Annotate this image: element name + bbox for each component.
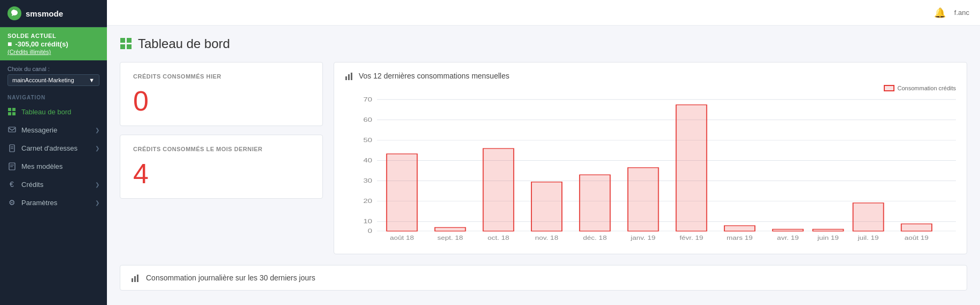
svg-text:févr. 19: févr. 19 [680,235,704,241]
bottom-title: Consommation journalière sur les 30 dern… [146,273,315,282]
svg-rect-47 [134,276,136,282]
svg-text:60: 60 [363,116,372,123]
bar-chart-area: 70 60 50 40 30 20 10 0 [345,93,956,245]
svg-rect-3 [12,112,16,115]
carnet-icon [7,144,16,152]
sidebar-item-carnet-adresses[interactable]: Carnet d'adresses ❯ [0,139,107,157]
svg-text:sept. 18: sept. 18 [437,235,464,241]
svg-text:janv. 19: janv. 19 [630,235,656,241]
svg-text:juin 19: juin 19 [817,235,839,241]
notification-bell-icon[interactable]: 🔔 [934,7,946,19]
solde-box: SOLDE ACTUEL ■ -305,00 crédit(s) (Crédit… [0,27,107,60]
svg-text:20: 20 [363,198,372,205]
svg-text:juil. 19: juil. 19 [857,235,879,241]
legend-color-box [884,85,894,91]
monthly-chart-box: Vos 12 dernières consommations mensuelle… [334,62,967,254]
svg-text:août 19: août 19 [905,235,929,241]
dashboard-icon [120,37,133,50]
bar-sept18 [435,228,465,231]
sidebar-item-label-parametres: Paramètres [21,199,57,207]
logo-icon [7,6,21,20]
sidebar-item-label-carnet: Carnet d'adresses [21,144,78,152]
svg-rect-14 [127,44,132,49]
svg-rect-12 [127,38,132,43]
bar-avr19 [773,229,803,231]
sidebar-item-label-modeles: Mes modèles [21,162,63,170]
svg-rect-2 [8,112,11,115]
chevron-parametres-icon: ❯ [95,200,99,206]
svg-text:50: 50 [363,137,372,144]
main-area: 🔔 f.anc Tableau de bord CRÉDITS CONSOMMÉ… [107,0,980,305]
solde-amount: -305,00 crédit(s) [15,40,68,48]
svg-rect-1 [12,108,16,111]
sidebar-item-credits[interactable]: € Crédits ❯ [0,175,107,193]
svg-rect-4 [9,127,16,132]
nav-menu: Tableau de bord Messagerie ❯ [0,103,107,212]
credits-icon: € [7,180,16,189]
chart-title: Vos 12 dernières consommations mensuelle… [345,71,956,81]
user-name: f.anc [954,9,969,17]
card-hier-value: 0 [133,87,310,115]
canal-section: Choix du canal : mainAccount-Marketing ▼ [0,60,107,89]
bar-nov18 [531,182,562,231]
chevron-down-icon: ▼ [89,77,95,83]
svg-text:déc. 18: déc. 18 [583,235,607,241]
solde-title: SOLDE ACTUEL [7,33,99,39]
svg-rect-0 [8,108,11,111]
svg-text:mars 19: mars 19 [727,235,753,241]
svg-text:30: 30 [363,177,372,184]
sidebar: smsmode SOLDE ACTUEL ■ -305,00 crédit(s)… [0,0,107,305]
grid-icon [7,107,16,116]
svg-text:nov. 18: nov. 18 [535,235,559,241]
dashboard-grid: CRÉDITS CONSOMMÉS HIER 0 CRÉDITS CONSOMM… [120,62,967,254]
chevron-messagerie-icon: ❯ [95,127,99,133]
svg-text:août 18: août 18 [390,235,414,241]
sidebar-item-mes-modeles[interactable]: Mes modèles [0,157,107,175]
bar-juin19 [813,229,843,231]
card-mois-value: 4 [133,160,310,187]
svg-text:10: 10 [363,218,372,225]
page-title: Tableau de bord [120,36,967,51]
bar-chart-bottom-icon [131,273,141,283]
svg-text:0: 0 [368,228,372,234]
bar-dec18 [580,175,610,231]
bar-janv19 [628,168,658,231]
svg-text:oct. 18: oct. 18 [488,235,510,241]
bar-juil19 [853,203,883,231]
svg-rect-48 [137,275,138,282]
svg-rect-11 [120,38,125,43]
bar-mars19 [724,226,755,231]
content-area: Tableau de bord CRÉDITS CONSOMMÉS HIER 0… [107,26,980,305]
bar-aout19 [901,224,932,231]
nav-section-label: NAVIGATION [0,89,107,103]
cards-column: CRÉDITS CONSOMMÉS HIER 0 CRÉDITS CONSOMM… [120,62,323,254]
card-hier: CRÉDITS CONSOMMÉS HIER 0 [120,62,323,126]
svg-rect-15 [345,76,347,80]
sidebar-item-parametres[interactable]: ⚙ Paramètres ❯ [0,193,107,212]
svg-rect-17 [351,73,352,80]
canal-select[interactable]: mainAccount-Marketing ▼ [7,74,99,86]
card-hier-title: CRÉDITS CONSOMMÉS HIER [133,73,310,80]
chevron-carnet-icon: ❯ [95,145,99,151]
card-mois: CRÉDITS CONSOMMÉS LE MOIS DERNIER 4 [120,135,323,199]
bottom-section: Consommation journalière sur les 30 dern… [120,265,967,291]
svg-rect-46 [132,278,133,282]
modeles-icon [7,162,16,170]
topbar: 🔔 f.anc [107,0,980,26]
sidebar-item-label-tableau: Tableau de bord [21,108,71,116]
svg-text:avr. 19: avr. 19 [777,235,799,241]
bar-fevr19 [676,105,707,231]
chart-legend: Consommation crédits [345,85,956,91]
bar-chart-svg: 70 60 50 40 30 20 10 0 [345,93,956,243]
sidebar-item-label-credits: Crédits [21,181,43,189]
bar-aout18 [387,154,417,231]
solde-sub: (Crédits illimités) [7,49,99,55]
svg-rect-16 [348,74,350,80]
logo-text: smsmode [26,9,63,18]
sidebar-item-messagerie[interactable]: Messagerie ❯ [0,121,107,139]
sidebar-item-tableau-de-bord[interactable]: Tableau de bord [0,103,107,121]
svg-text:70: 70 [363,96,372,103]
card-mois-title: CRÉDITS CONSOMMÉS LE MOIS DERNIER [133,146,310,152]
messagerie-icon [7,126,16,134]
canal-label: Choix du canal : [7,66,99,72]
